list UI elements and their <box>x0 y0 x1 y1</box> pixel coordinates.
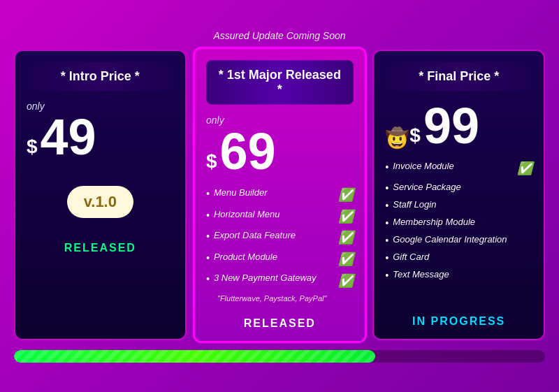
crown-emoji: 🤠 <box>385 129 409 148</box>
final-status-text: IN PROGRESS <box>412 315 505 327</box>
feature-note: "Flutterwave, Paystack, PayPal" <box>217 293 354 302</box>
feature-label: Text Message <box>393 269 449 280</box>
progress-bar-fill <box>14 350 375 363</box>
bullet-icon: • <box>385 161 389 173</box>
intro-status-bar: RELEASED <box>27 242 174 254</box>
intro-price-dollar: $ <box>27 137 38 157</box>
card-major: * 1st Major Released * only $ 69 • Menu … <box>193 46 367 342</box>
bullet-icon: • <box>385 270 389 281</box>
feature-label: Invoice Module <box>393 161 453 171</box>
final-status-bar: IN PROGRESS <box>385 315 532 328</box>
final-price-section: 🤠 $ 99 <box>385 101 532 151</box>
final-price-dollar: $ <box>409 126 421 145</box>
bullet-icon: • <box>206 209 210 220</box>
list-item: • Export Data Feature ✅ <box>206 229 354 245</box>
bullet-icon: • <box>385 252 389 263</box>
major-price-dollar: $ <box>206 151 217 171</box>
major-features-list: • Menu Builder ✅ • Horizontal Menu ✅ • E… <box>206 187 354 293</box>
check-icon: ✅ <box>337 251 353 266</box>
final-title: * Final Price * <box>385 62 532 91</box>
final-features-list: • Invoice Module ✅ • Service Package • S… <box>385 161 532 305</box>
feature-label: Staff Login <box>393 199 436 210</box>
feature-label: Menu Builder <box>214 187 268 197</box>
list-item: • Gift Card <box>385 252 532 263</box>
list-item: • Horizontal Menu ✅ <box>206 208 354 224</box>
major-title: * 1st Major Released * <box>206 60 354 104</box>
bullet-icon: • <box>206 273 210 284</box>
major-price-section: only $ 69 <box>206 114 354 177</box>
feature-label: Gift Card <box>393 252 429 262</box>
check-icon: ✅ <box>337 229 353 245</box>
list-item: • Invoice Module ✅ <box>385 161 532 176</box>
feature-label: Membership Module <box>393 217 475 227</box>
cards-container: * Intro Price * only $ 49 v.1.0 RELEASED… <box>14 50 545 340</box>
check-icon: ✅ <box>337 208 353 224</box>
version-badge: v.1.0 <box>67 186 133 218</box>
bullet-icon: • <box>385 217 389 228</box>
intro-price-section: only $ 49 <box>27 101 174 162</box>
major-status-bar: RELEASED <box>206 317 354 329</box>
check-icon: ✅ <box>517 161 532 176</box>
list-item: • Staff Login <box>385 199 532 211</box>
major-price-number: 69 <box>219 126 275 177</box>
bullet-icon: • <box>206 187 210 198</box>
feature-label: Google Calendar Integration <box>393 234 507 245</box>
bullet-icon: • <box>206 231 210 242</box>
bullet-icon: • <box>385 200 389 211</box>
intro-status-text: RELEASED <box>64 242 136 254</box>
feature-label: 3 New Payment Gateway <box>214 273 317 283</box>
feature-label: Export Data Feature <box>214 229 296 240</box>
card-final: * Final Price * 🤠 $ 99 • Invoice Module … <box>372 50 545 340</box>
list-item: • Service Package <box>385 182 532 194</box>
list-item: • 3 New Payment Gateway ✅ <box>206 273 354 288</box>
list-item: • Google Calendar Integration <box>385 234 532 246</box>
check-icon: ✅ <box>337 273 353 288</box>
header-label: Assured Update Coming Soon <box>213 30 345 41</box>
card-intro: * Intro Price * only $ 49 v.1.0 RELEASED <box>14 50 187 340</box>
bullet-icon: • <box>385 235 389 246</box>
major-status-text: RELEASED <box>243 317 315 328</box>
list-item: • Menu Builder ✅ <box>206 187 354 202</box>
intro-price-number: 49 <box>41 112 96 162</box>
list-item: • Text Message <box>385 269 532 281</box>
progress-bar-container <box>14 350 545 363</box>
list-item: • Membership Module <box>385 217 532 228</box>
check-icon: ✅ <box>337 187 353 202</box>
feature-label: Product Module <box>214 251 277 261</box>
feature-label: Horizontal Menu <box>214 208 280 219</box>
bullet-icon: • <box>385 182 389 194</box>
final-price-number: 99 <box>423 101 479 151</box>
intro-title: * Intro Price * <box>27 62 174 91</box>
bullet-icon: • <box>206 252 210 263</box>
list-item: • Product Module ✅ <box>206 251 354 266</box>
feature-label: Service Package <box>393 182 461 192</box>
